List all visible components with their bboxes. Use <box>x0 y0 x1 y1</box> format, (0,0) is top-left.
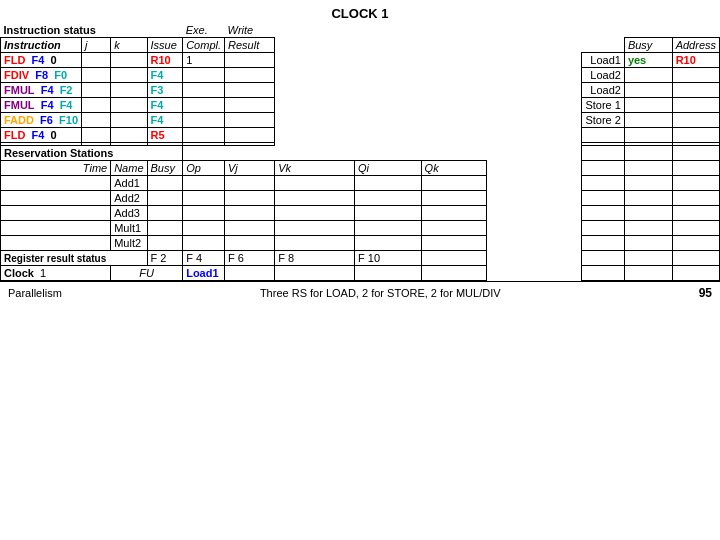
rs-add2-name: Add2 <box>111 191 147 206</box>
table-row: FADD F6 F10 F4 Store 2 <box>1 113 720 128</box>
table-row: FDIV F8 F0 F4 Load2 <box>1 68 720 83</box>
col-compl: Compl. <box>183 38 225 53</box>
store2-label: Store 2 <box>582 113 624 128</box>
rs-row-add1: Add1 <box>1 176 720 191</box>
table-row: FMUL F4 F2 F3 Load2 <box>1 83 720 98</box>
instruction-status-label: Instruction status <box>1 23 183 38</box>
table-row: FLD F4 0 R10 1 Load1 yes R10 <box>1 53 720 68</box>
rs-add3-name: Add3 <box>111 206 147 221</box>
rs-add1-name: Add1 <box>111 176 147 191</box>
col-instruction: Instruction <box>1 38 82 53</box>
issue-val-1: 1 <box>183 53 225 68</box>
bottom-right-note: Three RS for LOAD, 2 for STORE, 2 for MU… <box>260 287 501 299</box>
write-label: Write <box>225 23 275 38</box>
busy-yes: yes <box>624 53 672 68</box>
rs-row-add2: Add2 <box>1 191 720 206</box>
addr-r10: R10 <box>672 53 719 68</box>
page-title: CLOCK 1 <box>0 0 720 23</box>
table-row: FLD F4 0 R5 <box>1 128 720 143</box>
col-issue: Issue <box>147 38 183 53</box>
page-number: 95 <box>699 286 712 300</box>
register-result-row: Register result status F 2 F 4 F 6 F 8 F… <box>1 251 720 266</box>
col-k: k <box>111 38 147 53</box>
table-row: FMUL F4 F4 F4 Store 1 <box>1 98 720 113</box>
load2-label-2: Load2 <box>582 83 624 98</box>
rs-header-row: Time Name Busy Op Vj Vk Qi Qk <box>1 161 720 176</box>
col-address-header: Address <box>672 38 719 53</box>
load1-label: Load1 <box>582 53 624 68</box>
clock-row: Clock 1 FU Load1 <box>1 266 720 281</box>
rs-row-add3: Add3 <box>1 206 720 221</box>
col-busy-header: Busy <box>624 38 672 53</box>
rs-mult2-name: Mult2 <box>111 236 147 251</box>
rs-row-mult1: Mult1 <box>1 221 720 236</box>
load2-label-1: Load2 <box>582 68 624 83</box>
store1-label: Store 1 <box>582 98 624 113</box>
clock-label: Clock <box>4 267 34 279</box>
exe-label: Exe. <box>183 23 225 38</box>
clock-num: 1 <box>40 267 46 279</box>
col-result: Result <box>225 38 275 53</box>
rs-row-mult2: Mult2 <box>1 236 720 251</box>
bottom-left-label: Parallelism <box>8 287 62 299</box>
col-j: j <box>82 38 111 53</box>
rs-mult1-name: Mult1 <box>111 221 147 236</box>
reservation-stations-label: Reservation Stations <box>1 146 183 161</box>
